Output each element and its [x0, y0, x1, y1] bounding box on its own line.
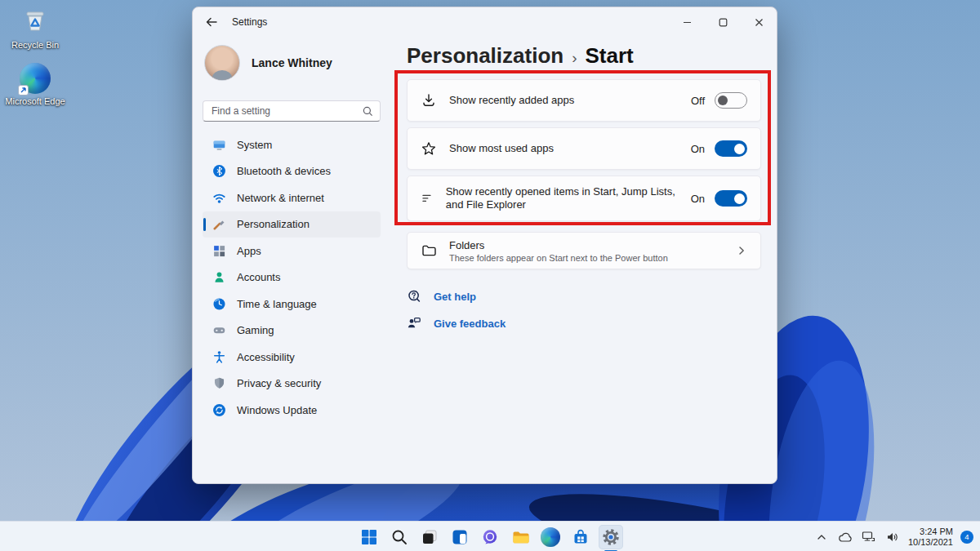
privacy-icon — [212, 376, 226, 390]
toggle-knob — [718, 96, 728, 105]
task-view-button[interactable] — [417, 525, 442, 549]
edge-icon — [541, 527, 560, 547]
toggle-state-label: On — [691, 143, 705, 155]
sidebar-item-label: Accounts — [237, 271, 280, 283]
sidebar-item-personalization[interactable]: Personalization — [203, 211, 381, 238]
sidebar-item-accounts[interactable]: Accounts — [203, 264, 381, 291]
taskbar-search-button[interactable] — [387, 525, 412, 549]
desktop-icon-label: Recycle Bin — [11, 40, 59, 50]
chat-icon — [481, 528, 499, 546]
download-icon — [421, 92, 437, 109]
close-icon — [755, 18, 764, 27]
setting-row-folders[interactable]: Folders These folders appear on Start ne… — [407, 232, 761, 269]
settings-window: Settings Lance Whitney — [192, 7, 777, 484]
task-view-icon — [421, 528, 439, 546]
setting-label: Show recently opened items in Start, Jum… — [446, 185, 691, 211]
microsoft-store-button[interactable] — [568, 525, 593, 549]
minimize-button[interactable] — [669, 7, 705, 37]
give-feedback-label: Give feedback — [434, 318, 506, 330]
close-button[interactable] — [741, 7, 777, 37]
sidebar-item-label: Time & language — [237, 298, 317, 310]
personalization-icon — [212, 217, 226, 231]
sidebar-item-time-language[interactable]: Time & language — [203, 291, 381, 318]
settings-list: Show recently added apps Off Show most u… — [407, 79, 761, 221]
setting-label: Show recently added apps — [449, 94, 574, 107]
setting-row-recently-opened-items[interactable]: Show recently opened items in Start, Jum… — [407, 176, 761, 221]
get-help-link[interactable]: Get help — [407, 286, 506, 307]
avatar — [204, 45, 240, 81]
sidebar-item-gaming[interactable]: Gaming — [203, 318, 381, 344]
setting-row-recently-added-apps[interactable]: Show recently added apps Off — [407, 79, 761, 122]
network-icon — [212, 191, 226, 205]
sidebar-item-network-internet[interactable]: Network & internet — [203, 184, 381, 211]
maximize-icon — [719, 18, 728, 27]
taskbar-clock[interactable]: 3:24 PM 10/13/2021 — [908, 527, 953, 548]
chat-button[interactable] — [478, 525, 502, 549]
widgets-icon — [451, 528, 469, 546]
recent-items-icon — [421, 190, 434, 207]
desktop-icon-microsoft-edge[interactable]: Microsoft Edge — [3, 63, 67, 106]
sidebar-item-privacy-security[interactable]: Privacy & security — [203, 371, 381, 398]
microsoft-store-icon — [572, 528, 590, 546]
maximize-button[interactable] — [705, 7, 741, 37]
desktop-icon-area: Recycle Bin Microsoft Edge — [3, 5, 67, 119]
window-title: Settings — [232, 16, 267, 28]
titlebar: Settings — [193, 7, 777, 37]
setting-label: Show most used apps — [449, 142, 554, 155]
setting-row-most-used-apps[interactable]: Show most used apps On — [407, 127, 761, 170]
sidebar-item-label: Apps — [237, 245, 261, 257]
toggle-switch[interactable] — [715, 140, 747, 157]
user-profile[interactable]: Lance Whitney — [204, 45, 332, 81]
give-feedback-link[interactable]: Give feedback — [407, 313, 506, 334]
time-language-icon — [212, 297, 226, 311]
sidebar-item-system[interactable]: System — [203, 131, 381, 158]
gaming-icon — [212, 323, 226, 337]
desktop-icon-recycle-bin[interactable]: Recycle Bin — [3, 5, 67, 50]
windows-start-icon — [360, 528, 378, 546]
accessibility-icon — [212, 350, 226, 364]
edge-icon — [20, 63, 51, 94]
sidebar-item-label: Personalization — [237, 218, 310, 230]
sidebar-item-label: Privacy & security — [237, 377, 321, 389]
breadcrumb: Personalization › Start — [407, 43, 634, 69]
windows-update-icon — [212, 403, 226, 417]
toggle-switch[interactable] — [715, 190, 747, 207]
toggle-switch[interactable] — [715, 92, 747, 109]
sidebar-item-label: Accessibility — [237, 351, 295, 363]
search-icon — [390, 528, 408, 546]
apps-icon — [212, 244, 226, 258]
sidebar-item-bluetooth-devices[interactable]: Bluetooth & devices — [203, 158, 381, 185]
sidebar-item-windows-update[interactable]: Windows Update — [203, 397, 381, 424]
toggle-state-label: Off — [691, 95, 705, 107]
search-icon — [363, 106, 373, 117]
sidebar-item-accessibility[interactable]: Accessibility — [203, 344, 381, 371]
settings-button[interactable] — [599, 525, 623, 549]
network-icon[interactable] — [861, 527, 877, 547]
get-help-icon — [407, 289, 421, 304]
back-button[interactable] — [198, 11, 225, 33]
recycle-bin-icon — [19, 5, 51, 38]
widgets-button[interactable] — [448, 525, 472, 549]
settings-gear-icon — [601, 527, 621, 547]
get-help-label: Get help — [434, 291, 476, 303]
file-explorer-icon — [511, 528, 529, 546]
start-button[interactable] — [357, 525, 381, 549]
desktop-icon-label: Microsoft Edge — [5, 96, 65, 106]
toggle-state-label: On — [691, 193, 705, 205]
search-input[interactable] — [203, 105, 363, 117]
tray-overflow-chevron-icon[interactable] — [813, 527, 830, 547]
system-tray: 3:24 PM 10/13/2021 4 — [813, 522, 973, 551]
sidebar-item-apps[interactable]: Apps — [203, 238, 381, 264]
minimize-icon — [683, 18, 692, 27]
window-controls — [669, 7, 777, 37]
folders-description: These folders appear on Start next to th… — [449, 253, 668, 263]
edge-button[interactable] — [538, 525, 563, 549]
notification-badge[interactable]: 4 — [960, 531, 973, 544]
file-explorer-button[interactable] — [508, 525, 532, 549]
help-links: Get help Give feedback — [407, 286, 506, 334]
sidebar: Lance Whitney System — [203, 37, 384, 483]
onedrive-cloud-icon[interactable] — [837, 527, 853, 547]
breadcrumb-parent[interactable]: Personalization — [407, 43, 564, 69]
volume-icon[interactable] — [884, 527, 901, 547]
system-icon — [212, 138, 226, 152]
